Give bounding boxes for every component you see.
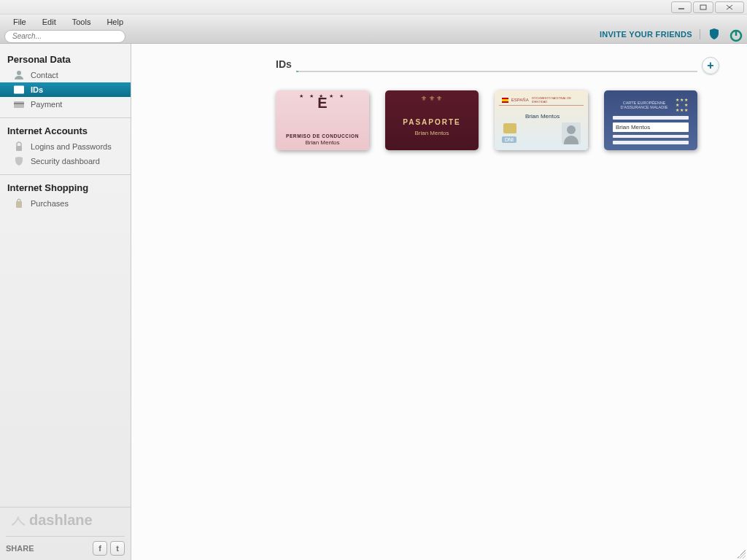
svg-rect-1 <box>700 5 706 9</box>
eu-stars-icon: ★★★★ ★★★★ <box>676 97 689 112</box>
chip-icon <box>503 123 516 133</box>
close-button[interactable] <box>715 1 744 13</box>
titlebar <box>0 0 747 15</box>
svg-point-6 <box>17 71 21 75</box>
field-blank <box>613 135 689 139</box>
card-euro-health[interactable]: CARTE EUROPÉENNE D'ASSURANCE MALADIE ★★★… <box>604 90 697 150</box>
card-passport[interactable]: ⚜ ⚜ ⚜ PASAPORTE Brian Mentos <box>385 90 479 150</box>
sidebar-item-security[interactable]: Security dashboard <box>0 154 131 168</box>
card-drivers-license[interactable]: ★ ★ ★ ★ ★ E PERMISO DE CONDUCCION Brian … <box>276 90 369 150</box>
sidebar-item-label: Contact <box>31 71 58 79</box>
twitter-icon[interactable]: t <box>110 541 125 556</box>
invite-friends-link[interactable]: INVITE YOUR FRIENDS <box>600 30 692 39</box>
resize-grip-icon[interactable] <box>737 550 746 559</box>
sidebar: Personal Data Contact IDs Payment Intern… <box>0 44 131 560</box>
card-type-label: PERMISO DE CONDUCCION <box>286 133 359 139</box>
country-label: ESPAÑA <box>511 98 529 102</box>
sidebar-item-label: Logins and Passwords <box>31 142 112 151</box>
card-holder-name: Brian Mentos <box>305 139 339 146</box>
sidebar-item-ids[interactable]: IDs <box>0 82 131 97</box>
bag-icon <box>13 198 25 209</box>
sidebar-item-label: Payment <box>31 100 62 109</box>
spain-flag-icon <box>502 98 508 103</box>
svg-rect-12 <box>14 103 24 104</box>
sidebar-item-label: Security dashboard <box>31 157 100 166</box>
page-title: IDs <box>276 58 292 73</box>
card-type-label: PASAPORTE <box>385 118 479 126</box>
coat-of-arms-icon: ⚜ ⚜ ⚜ <box>385 95 479 102</box>
section-title-personal: Personal Data <box>0 50 131 68</box>
id-card-icon <box>13 85 25 95</box>
sidebar-item-label: Purchases <box>31 199 69 208</box>
sidebar-item-logins[interactable]: Logins and Passwords <box>0 139 131 154</box>
sidebar-item-label: IDs <box>31 85 43 94</box>
section-title-accounts: Internet Accounts <box>0 121 131 139</box>
card-holder-name: Brian Mentos <box>385 130 479 136</box>
menu-edit[interactable]: Edit <box>35 16 63 28</box>
separator <box>700 29 700 39</box>
shield-icon[interactable] <box>708 28 721 41</box>
share-label: SHARE <box>6 544 34 553</box>
credit-card-icon <box>13 99 25 109</box>
brand-logo: dashlane <box>6 512 125 537</box>
heading-rule <box>296 71 697 72</box>
menu-tools[interactable]: Tools <box>65 16 98 28</box>
card-type-label: CARTE EUROPÉENNE D'ASSURANCE MALADIE <box>613 101 676 109</box>
svg-rect-13 <box>16 146 22 151</box>
id-cards-grid: ★ ★ ★ ★ ★ E PERMISO DE CONDUCCION Brian … <box>276 90 727 150</box>
sidebar-item-contact[interactable]: Contact <box>0 68 131 82</box>
person-icon <box>13 70 25 80</box>
svg-rect-11 <box>14 101 24 108</box>
field-blank <box>613 116 689 120</box>
card-holder-name: Brian Mentos <box>613 122 689 132</box>
section-title-shopping: Internet Shopping <box>0 178 131 196</box>
sidebar-item-purchases[interactable]: Purchases <box>0 196 131 211</box>
toolstrip: File Edit Tools Help INVITE YOUR FRIENDS <box>0 15 747 44</box>
svg-rect-14 <box>16 201 22 208</box>
main-content: IDs + ★ ★ ★ ★ ★ E PERMISO DE CONDUCCION … <box>131 44 747 560</box>
power-icon[interactable] <box>728 28 741 41</box>
facebook-icon[interactable]: f <box>93 541 107 556</box>
dni-badge: DNI <box>502 136 516 143</box>
shield-small-icon <box>13 156 25 166</box>
field-blank <box>613 141 689 144</box>
card-national-id[interactable]: ESPAÑA DOCUMENTO NACIONAL DE IDENTIDAD B… <box>495 90 588 150</box>
menubar: File Edit Tools Help <box>6 16 131 28</box>
maximize-button[interactable] <box>693 1 713 13</box>
photo-placeholder-icon <box>562 122 581 144</box>
search-input[interactable] <box>4 30 125 43</box>
sidebar-item-payment[interactable]: Payment <box>0 97 131 112</box>
subtitle: DOCUMENTO NACIONAL DE IDENTIDAD <box>532 96 581 104</box>
card-holder-name: Brian Mentos <box>525 113 560 120</box>
menu-file[interactable]: File <box>6 16 34 28</box>
svg-rect-8 <box>15 88 18 90</box>
menu-help[interactable]: Help <box>99 16 131 28</box>
emblem-letter: E <box>276 95 369 112</box>
minimize-button[interactable] <box>671 1 692 13</box>
add-button[interactable]: + <box>702 57 719 74</box>
lock-icon <box>13 141 25 152</box>
